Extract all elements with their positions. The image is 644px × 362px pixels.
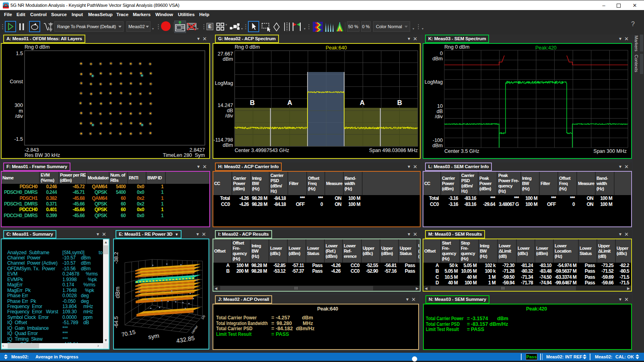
svg-text:Center 3.49987543 GHz: Center 3.49987543 GHz — [235, 148, 289, 153]
svg-text:Res BW 30 kHz: Res BW 30 kHz — [25, 152, 60, 158]
svg-text:sym: sym — [148, 332, 160, 340]
svg-text:2.8427: 2.8427 — [190, 147, 205, 153]
svg-text:TimeLen 280 Sym: TimeLen 280 Sym — [163, 152, 205, 158]
svg-text:dBm: dBm — [432, 56, 443, 62]
svg-text:1/0: 1/0 — [200, 314, 206, 320]
svg-text:dB: dB — [437, 109, 443, 114]
svg-text:LogMag: LogMag — [425, 79, 443, 85]
svg-text:Peak:420: Peak:420 — [535, 45, 557, 51]
svg-text:/div: /div — [435, 114, 443, 119]
svg-text:-38.2: -38.2 — [114, 252, 119, 264]
svg-text:27.667: 27.667 — [218, 51, 233, 57]
svg-text:B: B — [397, 99, 402, 107]
svg-text:14.247: 14.247 — [218, 103, 233, 108]
svg-text:Const: Const — [10, 79, 23, 84]
svg-text:Rng 0 dBm: Rng 0 dBm — [444, 44, 470, 50]
svg-text:/div: /div — [15, 113, 23, 119]
svg-text:dB: dB — [227, 108, 233, 113]
svg-text:dBm: dBm — [223, 56, 233, 62]
svg-text:B: B — [250, 99, 255, 107]
svg-text:1.5: 1.5 — [16, 51, 23, 56]
svg-text:dBm: dBm — [432, 143, 443, 148]
svg-text:Span 498.03086 MHz: Span 498.03086 MHz — [369, 148, 418, 153]
svg-text:0: 0 — [440, 51, 443, 56]
svg-text:-1.5: -1.5 — [14, 136, 23, 142]
svg-text:Span 300 MHz: Span 300 MHz — [593, 148, 627, 154]
svg-text:/div: /div — [225, 113, 233, 119]
svg-text:-2.843: -2.843 — [25, 147, 39, 153]
svg-text:carrier: carrier — [190, 325, 199, 334]
svg-text:Rng 0 dBm: Rng 0 dBm — [25, 44, 50, 50]
svg-text:-114.798: -114.798 — [214, 137, 233, 143]
svg-text:Center 3.5 GHz: Center 3.5 GHz — [444, 148, 479, 154]
svg-text:432.85: 432.85 — [176, 334, 195, 344]
svg-text:300: 300 — [14, 103, 23, 108]
svg-text:m: m — [19, 108, 23, 114]
svg-text:dBm: dBm — [223, 142, 233, 148]
svg-text:Peak:640: Peak:640 — [326, 45, 347, 51]
svg-text:LogMag: LogMag — [215, 80, 233, 86]
svg-text:A: A — [287, 99, 292, 107]
svg-text:-64.5: -64.5 — [114, 316, 119, 328]
svg-text:A: A — [360, 99, 365, 107]
svg-text:70.15: 70.15 — [121, 329, 136, 338]
svg-text:-100: -100 — [433, 138, 443, 143]
svg-text:10: 10 — [437, 103, 443, 109]
svg-text:Rng 0 dBm: Rng 0 dBm — [235, 44, 260, 50]
svg-text:dBm: dBm — [114, 287, 121, 298]
